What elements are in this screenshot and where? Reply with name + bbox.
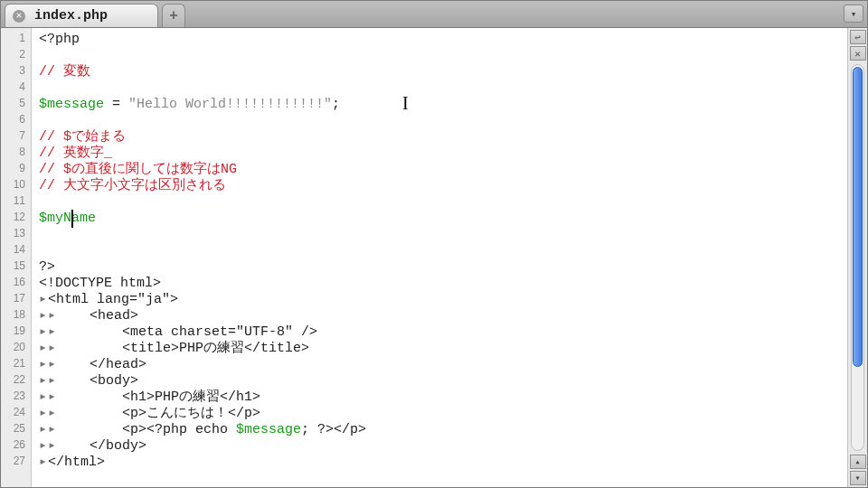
code-line[interactable] bbox=[39, 227, 847, 243]
line-number[interactable]: 4 bbox=[1, 80, 31, 97]
fold-marker-icon[interactable]: ▸ bbox=[39, 341, 48, 357]
tab-overflow-button[interactable]: ▾ bbox=[844, 5, 863, 23]
code-token: <!DOCTYPE html> bbox=[39, 276, 161, 291]
fold-marker-icon[interactable]: ▸ bbox=[39, 373, 48, 389]
chevron-down-icon: ▾ bbox=[854, 473, 860, 483]
fold-marker-icon[interactable]: ▸ bbox=[48, 438, 57, 455]
fold-marker-icon[interactable]: ▸ bbox=[48, 422, 57, 438]
fold-marker-icon[interactable]: ▸ bbox=[39, 406, 48, 422]
code-line[interactable]: ▸▸ <meta charset="UTF-8" /> bbox=[39, 324, 847, 341]
code-token: ; ?></p> bbox=[301, 422, 366, 437]
fold-marker-icon[interactable]: ▸ bbox=[39, 292, 48, 308]
code-line[interactable]: ?> bbox=[39, 259, 847, 276]
close-tab-icon[interactable]: ✕ bbox=[13, 10, 25, 23]
line-number[interactable]: 19 bbox=[1, 324, 31, 341]
line-number[interactable]: 26 bbox=[1, 438, 31, 455]
code-line[interactable]: ▸</html> bbox=[39, 455, 847, 471]
code-line[interactable]: ▸<html lang="ja"> bbox=[39, 292, 847, 308]
fold-marker-icon[interactable]: ▸ bbox=[39, 455, 48, 471]
fold-marker-icon[interactable]: ▸ bbox=[39, 389, 48, 406]
fold-marker-icon[interactable]: ▸ bbox=[39, 422, 48, 438]
code-token: <meta charset="UTF-8" /> bbox=[57, 324, 317, 340]
line-number[interactable]: 17 bbox=[1, 292, 31, 308]
scrollbar-thumb[interactable] bbox=[853, 67, 863, 367]
fold-marker-icon[interactable]: ▸ bbox=[48, 341, 57, 357]
line-number[interactable]: 3 bbox=[1, 64, 31, 80]
scroll-down-button[interactable]: ▾ bbox=[850, 471, 866, 485]
fold-marker-icon[interactable]: ▸ bbox=[48, 373, 57, 389]
line-number[interactable]: 5 bbox=[1, 97, 31, 113]
code-line[interactable]: // 変数 bbox=[39, 64, 847, 80]
toggle-wrap-button[interactable]: ↩ bbox=[850, 30, 866, 44]
code-line[interactable]: ▸▸ <h1>PHPの練習</h1> bbox=[39, 389, 847, 406]
code-line[interactable]: // $で始まる bbox=[39, 129, 847, 145]
tab-index-php[interactable]: ✕ index.php bbox=[5, 4, 158, 27]
fold-marker-icon[interactable]: ▸ bbox=[48, 357, 57, 373]
line-number[interactable]: 2 bbox=[1, 48, 31, 64]
line-number[interactable]: 12 bbox=[1, 211, 31, 227]
code-token: </html> bbox=[48, 455, 105, 470]
line-number-gutter[interactable]: 1234567891011121314151617181920212223242… bbox=[1, 28, 32, 487]
fold-marker-icon[interactable]: ▸ bbox=[39, 357, 48, 373]
code-line[interactable] bbox=[39, 113, 847, 129]
fold-marker-icon[interactable]: ▸ bbox=[48, 308, 57, 324]
code-line[interactable] bbox=[39, 80, 847, 97]
line-number[interactable]: 10 bbox=[1, 178, 31, 194]
code-token: $message bbox=[39, 97, 104, 112]
line-number[interactable]: 21 bbox=[1, 357, 31, 373]
line-number[interactable]: 25 bbox=[1, 422, 31, 438]
code-line[interactable] bbox=[39, 243, 847, 259]
fold-marker-icon[interactable]: ▸ bbox=[39, 438, 48, 455]
code-line[interactable]: ▸▸ </head> bbox=[39, 357, 847, 373]
line-number[interactable]: 13 bbox=[1, 227, 31, 243]
code-line[interactable] bbox=[39, 194, 847, 211]
fold-marker-icon[interactable]: ▸ bbox=[48, 389, 57, 406]
code-line[interactable]: ▸▸ <p><?php echo $message; ?></p> bbox=[39, 422, 847, 438]
code-token: // 大文字小文字は区別される bbox=[39, 178, 226, 193]
line-number[interactable]: 20 bbox=[1, 341, 31, 357]
right-sidebar: ↩ ✕ ▴ ▾ bbox=[847, 28, 867, 487]
code-line[interactable]: ▸▸ <title>PHPの練習</title> bbox=[39, 341, 847, 357]
tab-bar: ✕ index.php + ▾ bbox=[1, 1, 867, 28]
code-token: ; bbox=[332, 97, 340, 112]
code-line[interactable]: <!DOCTYPE html> bbox=[39, 276, 847, 292]
code-line[interactable]: ▸▸ </body> bbox=[39, 438, 847, 455]
text-caret bbox=[71, 210, 73, 228]
code-line[interactable] bbox=[39, 48, 847, 64]
line-number[interactable]: 15 bbox=[1, 259, 31, 276]
scroll-up-button[interactable]: ▴ bbox=[850, 455, 866, 469]
code-line[interactable]: <?php bbox=[39, 32, 847, 48]
vertical-scrollbar[interactable] bbox=[851, 64, 864, 451]
code-line[interactable]: ▸▸ <body> bbox=[39, 373, 847, 389]
code-line[interactable]: // $の直後に関しては数字はNG bbox=[39, 162, 847, 178]
code-line[interactable]: $myName bbox=[39, 211, 847, 227]
line-number[interactable]: 8 bbox=[1, 145, 31, 162]
line-number[interactable]: 6 bbox=[1, 113, 31, 129]
code-line[interactable]: ▸▸ <p>こんにちは！</p> bbox=[39, 406, 847, 422]
line-number[interactable]: 14 bbox=[1, 243, 31, 259]
line-number[interactable]: 1 bbox=[1, 32, 31, 48]
line-number[interactable]: 11 bbox=[1, 194, 31, 211]
line-number[interactable]: 18 bbox=[1, 308, 31, 324]
fold-marker-icon[interactable]: ▸ bbox=[39, 324, 48, 341]
fold-marker-icon[interactable]: ▸ bbox=[39, 308, 48, 324]
code-line[interactable]: ▸▸ <head> bbox=[39, 308, 847, 324]
code-area[interactable]: <?php// 変数$message = "Hello World!!!!!!!… bbox=[32, 28, 847, 487]
line-number[interactable]: 24 bbox=[1, 406, 31, 422]
line-number[interactable]: 9 bbox=[1, 162, 31, 178]
close-panel-button[interactable]: ✕ bbox=[850, 46, 866, 61]
line-number[interactable]: 22 bbox=[1, 373, 31, 389]
new-tab-button[interactable]: + bbox=[162, 4, 185, 27]
fold-marker-icon[interactable]: ▸ bbox=[48, 324, 57, 341]
chevron-up-icon: ▴ bbox=[854, 456, 860, 467]
code-token: <h1>PHPの練習</h1> bbox=[57, 389, 260, 405]
line-number[interactable]: 23 bbox=[1, 389, 31, 406]
code-line[interactable]: // 大文字小文字は区別される bbox=[39, 178, 847, 194]
line-number[interactable]: 7 bbox=[1, 129, 31, 145]
line-number[interactable]: 27 bbox=[1, 455, 31, 471]
fold-marker-icon[interactable]: ▸ bbox=[48, 406, 57, 422]
code-line[interactable]: $message = "Hello World!!!!!!!!!!!!"; bbox=[39, 97, 847, 113]
line-number[interactable]: 16 bbox=[1, 276, 31, 292]
code-line[interactable]: // 英数字_ bbox=[39, 145, 847, 162]
code-token: // $の直後に関しては数字はNG bbox=[39, 162, 237, 177]
